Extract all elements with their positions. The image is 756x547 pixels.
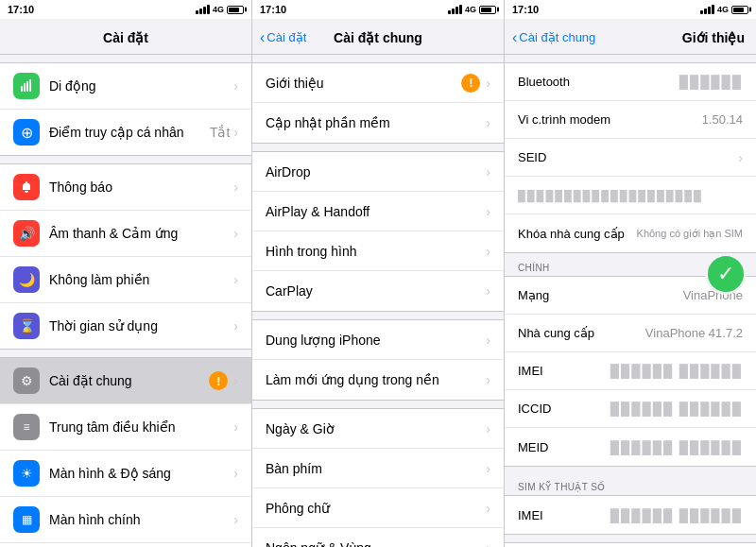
- badge-gioi-thieu: !: [461, 74, 480, 93]
- icon-thoi-gian: ⌛: [13, 313, 40, 339]
- label-ngon-ngu: Ngôn ngữ & Vùng: [266, 540, 486, 548]
- label-airplay: AirPlay & Handoff: [266, 204, 486, 219]
- chevron-nn: ›: [486, 540, 490, 548]
- panel3-group3: IMEI ██████ ██████: [505, 495, 756, 535]
- item-khong-lam-phien[interactable]: 🌙 Không làm phiền ›: [0, 257, 251, 303]
- panel1-group3: ⚙ Cài đặt chung ! › ≡ Trung tâm điều khi…: [0, 357, 251, 547]
- label-bluetooth: Bluetooth: [518, 75, 679, 89]
- item-carplay[interactable]: CarPlay ›: [252, 271, 504, 311]
- back-btn-3[interactable]: ‹ Cài đặt chung: [512, 29, 595, 46]
- signal-3: [700, 5, 714, 14]
- item-trung-tam[interactable]: ≡ Trung tâm điều khiển ›: [0, 404, 251, 451]
- label-lam-moi: Làm mới ứng dụng trong nền: [266, 372, 486, 387]
- label-dung-luong: Dung lượng iPhone: [266, 333, 486, 348]
- back-arrow-3: ‹: [512, 29, 517, 46]
- label-carplay: CarPlay: [266, 283, 486, 299]
- item-diem-truy-cap[interactable]: ⊕ Điểm truy cập cá nhân Tắt ›: [0, 110, 251, 155]
- label-di-dong: Di động: [49, 78, 233, 94]
- chevron-klp: ›: [233, 272, 238, 287]
- svg-rect-3: [29, 79, 31, 92]
- item-man-hinh-chinh[interactable]: ▦ Màn hình chính ›: [0, 497, 251, 543]
- time-1: 17:10: [8, 4, 34, 15]
- panel2-group2: AirDrop › AirPlay & Handoff › Hình trong…: [252, 151, 504, 312]
- svg-rect-0: [21, 86, 23, 92]
- label-khoa-ncc: Khóa nhà cung cấp: [518, 227, 637, 241]
- item-airplay[interactable]: AirPlay & Handoff ›: [252, 192, 504, 231]
- chevron-cdchung: ›: [233, 373, 238, 388]
- item-thong-bao[interactable]: Thông báo ›: [0, 164, 251, 211]
- label-nha-cc: Nhà cung cấp: [518, 326, 645, 340]
- item-thoi-gian[interactable]: ⌛ Thời gian sử dụng ›: [0, 303, 251, 349]
- value-khoa-ncc: Không có giới hạn SIM: [637, 228, 743, 240]
- item-gioi-thieu[interactable]: Giới thiệu ! ›: [252, 63, 504, 103]
- label-diem-truy-cap: Điểm truy cập cá nhân: [49, 125, 210, 140]
- green-check-icon: ✓: [705, 253, 747, 295]
- badge-cai-dat-chung: !: [209, 371, 228, 390]
- row-nha-cc: Nhà cung cấp VinaPhone 41.7.2: [505, 315, 756, 352]
- battery-2: [479, 6, 496, 14]
- label-man-hinh-ds: Màn hình & Độ sáng: [49, 466, 233, 481]
- value-iccid: ██████ ██████: [610, 402, 743, 416]
- label-imei: IMEI: [518, 364, 610, 378]
- panel3-title: Giới thiệu: [682, 30, 745, 45]
- label-hth: Hình trong hình: [266, 244, 486, 259]
- item-phong-chu[interactable]: Phông chữ ›: [252, 488, 504, 528]
- row-seid[interactable]: SEID ›: [505, 139, 756, 177]
- chevron-mhchinh: ›: [233, 512, 238, 527]
- value-imei: ██████ ██████: [610, 364, 743, 378]
- label-cap-nhat: Cập nhật phần mềm: [266, 115, 486, 130]
- lte-3: 4G: [717, 5, 729, 14]
- item-ban-phim[interactable]: Bàn phím ›: [252, 449, 504, 488]
- battery-3: [731, 6, 748, 14]
- label-cai-dat-chung: Cài đặt chung: [49, 373, 209, 388]
- item-cai-dat-tin-cay[interactable]: Cài đặt tin cậy chứng nhận ›: [505, 543, 756, 547]
- item-lam-moi[interactable]: Làm mới ứng dụng trong nền ›: [252, 360, 504, 400]
- item-ngay-gio[interactable]: Ngày & Giờ ›: [252, 409, 504, 449]
- lte-2: 4G: [465, 5, 476, 14]
- label-man-hinh-chinh: Màn hình chính: [49, 512, 233, 527]
- item-dung-luong[interactable]: Dung lượng iPhone ›: [252, 320, 504, 360]
- chevron-tg: ›: [233, 318, 238, 333]
- back-label-2: Cài đặt: [266, 30, 306, 44]
- panel3-group2: Mạng VinaPhone Nhà cung cấp VinaPhone 41…: [505, 276, 756, 467]
- status-icons-3: 4G: [700, 5, 748, 14]
- panel1-scroll[interactable]: Di động › ⊕ Điểm truy cập cá nhân Tắt ›: [0, 55, 251, 547]
- label-ban-phim: Bàn phím: [266, 461, 486, 476]
- label-thong-bao: Thông báo: [49, 179, 233, 195]
- green-check-container: ✓: [705, 253, 747, 295]
- panel1-header: Cài đặt: [0, 19, 251, 55]
- item-hinh-trong-hinh[interactable]: Hình trong hình ›: [252, 231, 504, 271]
- item-airdrop[interactable]: AirDrop ›: [252, 152, 504, 192]
- row-eid: ████████████████████: [505, 177, 756, 214]
- label-meid: MEID: [518, 440, 610, 454]
- status-bar-1: 17:10 4G: [0, 0, 252, 19]
- panel1-title: Cài đặt: [103, 30, 148, 45]
- item-di-dong[interactable]: Di động ›: [0, 63, 251, 110]
- signal-1: [196, 5, 210, 14]
- item-tro-nang[interactable]: ♿ Trợ năng ›: [0, 543, 251, 547]
- item-ngon-ngu[interactable]: Ngôn ngữ & Vùng ›: [252, 528, 504, 547]
- label-ngay-gio: Ngày & Giờ: [266, 421, 486, 436]
- svg-rect-1: [24, 83, 26, 92]
- label-phong-chu: Phông chữ: [266, 501, 486, 516]
- value-nha-cc: VinaPhone 41.7.2: [645, 326, 743, 340]
- chevron-dl: ›: [486, 333, 490, 348]
- back-btn-2[interactable]: ‹ Cài đặt: [260, 29, 306, 46]
- item-am-thanh[interactable]: 🔊 Âm thanh & Cảm ứng ›: [0, 211, 251, 257]
- panel2-scroll[interactable]: Giới thiệu ! › Cập nhật phần mềm › AirDr…: [252, 55, 504, 547]
- chevron-diem-truy-cap: ›: [233, 125, 238, 140]
- panel2-group4: Ngày & Giờ › Bàn phím › Phông chữ › Ngôn…: [252, 408, 504, 547]
- panel2-title: Cài đặt chung: [334, 30, 422, 45]
- panel3-header: ‹ Cài đặt chung Giới thiệu: [505, 19, 756, 55]
- item-cap-nhat[interactable]: Cập nhật phần mềm ›: [252, 103, 504, 143]
- item-man-hinh-ds[interactable]: ☀ Màn hình & Độ sáng ›: [0, 451, 251, 497]
- icon-man-hinh-chinh: ▦: [13, 506, 40, 533]
- panel3-scroll[interactable]: Bluetooth ██████ Vi c.trình modem 1.50.1…: [505, 55, 756, 547]
- chevron-mhds: ›: [233, 466, 238, 481]
- row-iccid: ICCID ██████ ██████: [505, 390, 756, 428]
- section-chinh: CHÍNH ✓: [505, 253, 756, 276]
- item-cai-dat-chung[interactable]: ⚙ Cài đặt chung ! ›: [0, 358, 251, 404]
- chevron-tt: ›: [233, 419, 238, 435]
- panel3-group1: Bluetooth ██████ Vi c.trình modem 1.50.1…: [505, 62, 756, 253]
- signal-2: [448, 5, 462, 14]
